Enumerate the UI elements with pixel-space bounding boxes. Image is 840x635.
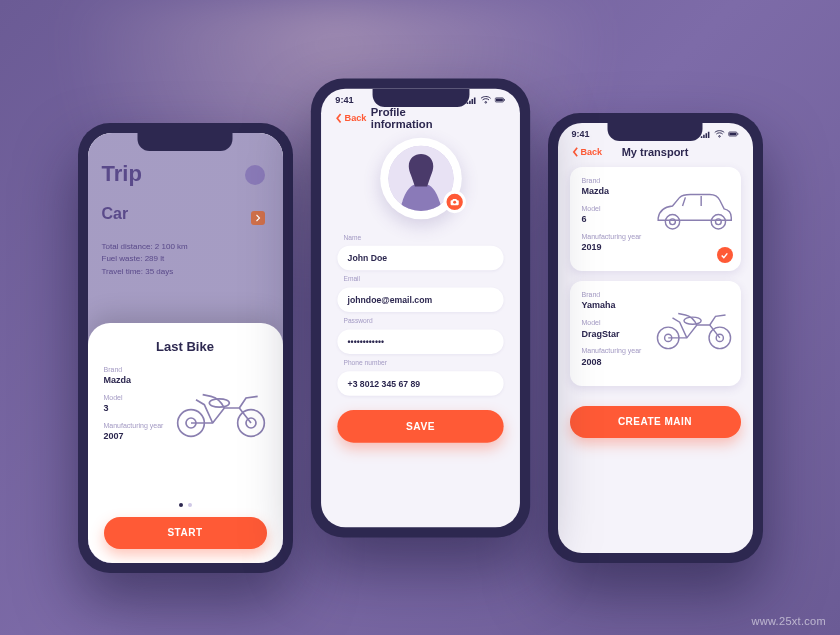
status-time: 9:41 xyxy=(335,94,353,104)
save-button[interactable]: SAVE xyxy=(337,410,503,443)
avatar-icon xyxy=(245,165,265,185)
svg-rect-12 xyxy=(729,132,736,135)
trip-vehicle: Car xyxy=(102,205,269,223)
status-time: 9:41 xyxy=(572,129,590,139)
page-title: Profile information xyxy=(370,106,469,130)
trip-stats: Total distance: 2 100 km Fuel waste: 289… xyxy=(102,241,269,279)
phone-field[interactable]: +3 8012 345 67 89 xyxy=(337,371,503,395)
transport-card-car[interactable]: Brand Mazda Model 6 Manufacturing year 2… xyxy=(570,167,741,272)
trip-title: Trip xyxy=(102,161,269,187)
svg-point-14 xyxy=(665,214,679,228)
page-title: My transport xyxy=(622,146,689,158)
transport-card-bike[interactable]: Brand Yamaha Model DragStar Manufacturin… xyxy=(570,281,741,386)
phone-label: Phone number xyxy=(343,359,503,366)
bottom-sheet[interactable]: Last Bike Brand Mazda Model 3 Manufactur… xyxy=(88,323,283,563)
svg-rect-6 xyxy=(495,98,502,101)
wifi-icon xyxy=(714,130,725,138)
battery-icon xyxy=(494,95,505,103)
email-field[interactable]: johndoe@email.com xyxy=(337,287,503,311)
page-indicator[interactable] xyxy=(104,503,267,507)
phone-trip: Trip Car Total distance: 2 100 km Fuel w… xyxy=(78,123,293,573)
chevron-left-icon xyxy=(335,113,342,123)
motorcycle-icon xyxy=(171,372,271,444)
start-button[interactable]: START xyxy=(104,517,267,549)
name-field[interactable]: John Doe xyxy=(337,245,503,269)
chevron-left-icon xyxy=(572,147,579,157)
back-button[interactable]: Back xyxy=(335,113,366,123)
motorcycle-icon xyxy=(651,295,737,355)
watermark: www.25xt.com xyxy=(751,615,826,627)
phone-profile: 9:41 Back Profile information xyxy=(310,78,529,537)
name-label: Name xyxy=(343,233,503,240)
password-field[interactable]: •••••••••••• xyxy=(337,329,503,353)
wifi-icon xyxy=(480,95,491,103)
back-button[interactable]: Back xyxy=(572,147,603,157)
avatar[interactable] xyxy=(379,137,461,219)
car-icon xyxy=(651,181,737,241)
phone-transport: 9:41 Back My transport Brand xyxy=(548,113,763,563)
svg-rect-13 xyxy=(737,133,738,134)
sheet-title: Last Bike xyxy=(104,339,267,354)
create-main-button[interactable]: CREATE MAIN xyxy=(570,406,741,438)
email-label: Email xyxy=(343,275,503,282)
check-icon xyxy=(717,247,733,263)
svg-point-16 xyxy=(711,214,725,228)
chevron-right-icon xyxy=(251,211,265,225)
password-label: Password xyxy=(343,317,503,324)
camera-icon[interactable] xyxy=(442,190,464,212)
vehicle-meta: Brand Mazda Model 3 Manufacturing year 2… xyxy=(104,366,164,499)
battery-icon xyxy=(728,130,739,138)
